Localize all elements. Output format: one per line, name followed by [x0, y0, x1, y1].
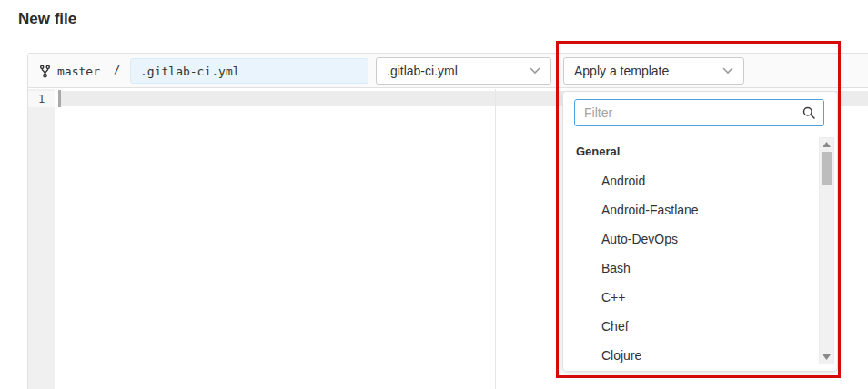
template-type-value: .gitlab-ci.yml — [387, 64, 458, 78]
branch-name: master — [57, 65, 100, 78]
template-type-select[interactable]: .gitlab-ci.yml — [376, 57, 551, 85]
template-list: General Android Android-Fastlane Auto-De… — [563, 137, 817, 370]
template-item-android-fastlane[interactable]: Android-Fastlane — [563, 195, 817, 224]
filename-input[interactable] — [130, 58, 368, 84]
editor-gutter: 1 — [28, 89, 55, 389]
triangle-up-icon — [823, 142, 831, 147]
file-toolbar: master / .gitlab-ci.yml Apply a template — [28, 54, 868, 88]
template-item-cpp[interactable]: C++ — [563, 283, 817, 312]
line-number: 1 — [28, 91, 55, 107]
template-section-header: General — [563, 137, 817, 166]
toolbar-divider — [106, 54, 106, 87]
apply-template-label: Apply a template — [574, 64, 669, 78]
triangle-down-icon — [823, 354, 831, 360]
template-item-android[interactable]: Android — [563, 166, 817, 195]
branch-selector: master — [39, 54, 100, 88]
template-item-auto-devops[interactable]: Auto-DevOps — [563, 224, 817, 254]
scrollbar-thumb[interactable] — [822, 152, 832, 185]
apply-template-select[interactable]: Apply a template — [563, 57, 744, 85]
template-item-bash[interactable]: Bash — [563, 254, 817, 283]
chevron-down-icon — [722, 67, 733, 75]
chevron-down-icon — [530, 67, 540, 75]
print-margin-line — [495, 89, 496, 389]
search-icon — [802, 105, 816, 120]
filter-input[interactable] — [574, 99, 824, 126]
template-dropdown-panel: General Android Android-Fastlane Auto-De… — [562, 91, 838, 372]
scroll-up-button[interactable] — [820, 138, 833, 151]
template-item-chef[interactable]: Chef — [563, 312, 817, 341]
text-cursor — [58, 90, 61, 107]
git-branch-icon — [39, 65, 51, 78]
scroll-down-button[interactable] — [820, 351, 833, 364]
dropdown-scrollbar[interactable] — [819, 137, 834, 364]
path-separator: / — [114, 62, 121, 75]
filter-field-wrapper — [574, 99, 824, 126]
page-title: New file — [18, 10, 76, 28]
template-item-clojure[interactable]: Clojure — [563, 341, 817, 370]
